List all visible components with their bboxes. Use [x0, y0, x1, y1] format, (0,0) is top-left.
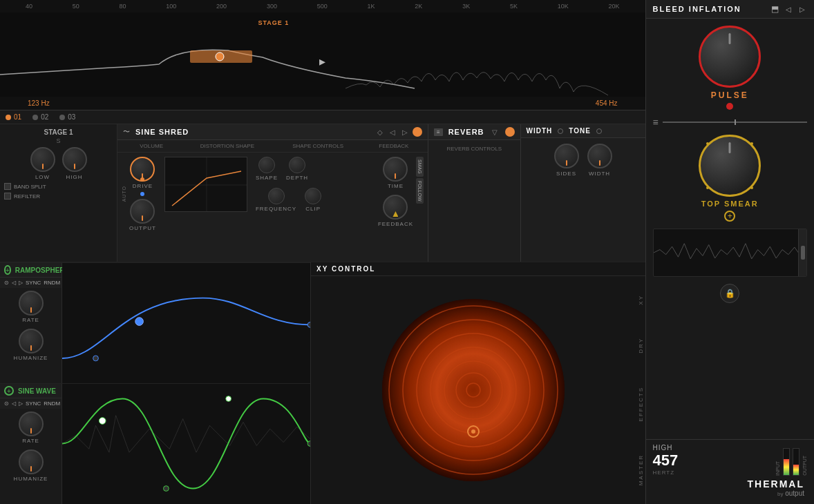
reverb-power-btn[interactable]: [505, 127, 515, 137]
svg-point-6: [307, 322, 310, 328]
thermal-title: BLEED INFLATION: [653, 5, 741, 13]
feedback-section-label: FEEDBACK: [364, 143, 424, 149]
lock-btn[interactable]: 🔒: [720, 284, 739, 303]
rate-knob-1[interactable]: [19, 291, 44, 316]
xy-pad[interactable]: [311, 276, 636, 504]
xy-sphere-svg[interactable]: [380, 297, 567, 483]
sine-shred-fwd-btn[interactable]: ▷: [400, 127, 410, 137]
sine-wave-name: SINE WAVE: [18, 387, 57, 395]
stage-dot-01: [6, 115, 11, 120]
ramposphere-fwd-btn[interactable]: ▷: [19, 280, 23, 286]
refilter-checkbox[interactable]: [4, 193, 11, 200]
stage-tab-02[interactable]: 02: [32, 113, 48, 121]
shape-controls-label: SHAPE CONTROLS: [274, 143, 363, 149]
top-smear-plus-btn[interactable]: +: [724, 211, 735, 222]
stage1-marker: STAGE 1: [258, 19, 289, 26]
xy-body: XY DRY EFFECTS MASTER: [311, 276, 645, 504]
sine-fwd-btn[interactable]: ▷: [19, 400, 23, 407]
thermal-back-btn[interactable]: ◁: [784, 4, 793, 14]
sine-wave-add-btn[interactable]: +: [4, 386, 14, 396]
shape-label: SHAPE: [256, 175, 278, 181]
spectrum-canvas: STAGE 1 ▸: [0, 12, 645, 97]
output-knob[interactable]: [130, 199, 155, 224]
reverb-dropdown-btn[interactable]: ▽: [490, 127, 500, 137]
thermal-slider-1[interactable]: [663, 122, 807, 123]
rndm-btn-1[interactable]: RNDM: [44, 280, 60, 286]
sine-wave-lfo: + SINE WAVE ⊙ ◁ ▷ SYNC RNDM clear: [0, 383, 310, 504]
humanize-knob-1[interactable]: [19, 329, 44, 353]
ramposphere-back-btn[interactable]: ◁: [12, 280, 16, 286]
high-section: HIGH 457 HERTZ: [653, 444, 679, 476]
input-label: INPUT: [775, 461, 780, 476]
xy-label-effects: EFFECTS: [638, 387, 644, 421]
feedback-knob[interactable]: [383, 195, 408, 220]
stage-dot-03: [59, 115, 65, 120]
reverb-header: ≡ REVERB ▽: [428, 124, 520, 140]
top-smear-label: TOP SMEAR: [701, 200, 759, 208]
reverb-panel: ≡ REVERB ▽ REVERB CONTROLS: [428, 124, 521, 262]
stage-tab-03[interactable]: 03: [59, 113, 75, 121]
follow-btn[interactable]: FOLLOW: [416, 178, 424, 204]
width-knob-label: WIDTH: [589, 171, 610, 177]
smag-btn[interactable]: SMAG: [416, 157, 424, 177]
xy-title: XY CONTROL: [316, 265, 375, 273]
time-knob[interactable]: [383, 157, 408, 182]
thermal-fwd-btn[interactable]: ▷: [797, 4, 807, 14]
output-label: OUTPUT: [129, 225, 156, 231]
stage-dot-02: [32, 115, 38, 120]
sine-back-btn[interactable]: ◁: [12, 400, 16, 407]
wave-slider[interactable]: [798, 229, 806, 276]
clip-knob[interactable]: [305, 188, 321, 204]
ramposphere-save-btn[interactable]: ⊙: [4, 280, 9, 286]
feedback-label: FEEDBACK: [378, 221, 413, 227]
sync-btn-1[interactable]: SYNC: [26, 280, 41, 286]
sides-knob[interactable]: [554, 144, 579, 168]
sine-shred-back-btn[interactable]: ◁: [388, 127, 397, 137]
stage-tab-01[interactable]: 01: [6, 113, 21, 121]
rate-label-1: RATE: [22, 317, 39, 323]
refilter-row: REFILTER: [4, 193, 113, 200]
rate-knob-2[interactable]: [19, 411, 44, 436]
hertz-label: HERTZ: [653, 469, 679, 476]
xy-label-xy: XY: [638, 295, 644, 305]
ramposphere-add-btn[interactable]: +: [4, 265, 11, 275]
width-tone-panel: WIDTH TONE SIDES: [521, 124, 645, 262]
time-label: TIME: [388, 183, 404, 189]
band-split-checkbox[interactable]: [4, 183, 11, 190]
sliders-row: ≡: [653, 117, 807, 128]
sine-wave-knobs: RATE HUMANIZE: [0, 409, 61, 485]
width-knob[interactable]: [587, 144, 612, 168]
pulse-dot: [726, 103, 733, 110]
humanize-knob-2[interactable]: [19, 449, 44, 474]
freq2-display: 454 Hz: [596, 99, 618, 107]
reverb-icon: ≡: [434, 128, 443, 136]
sine-shred-panel: 〜 SINE SHRED ◇ ◁ ▷ VOLUME DISTORTION SHA…: [117, 124, 428, 262]
xy-label-dry: DRY: [638, 338, 644, 353]
stage1-title: STAGE 1: [4, 128, 113, 136]
depth-knob[interactable]: [289, 157, 305, 173]
output-label: OUTPUT: [802, 456, 807, 476]
shape-knob[interactable]: [258, 157, 275, 173]
sine-shred-power-btn[interactable]: [413, 127, 422, 137]
drive-knob[interactable]: [130, 157, 155, 182]
frequency-knob[interactable]: [268, 188, 285, 204]
xy-control-section: XY CONTROL: [311, 262, 645, 504]
ramposphere-controls: + RAMPOSPHERE2 ⊙ ◁ ▷ SYNC RNDM CLEAR: [0, 263, 62, 383]
low-knob[interactable]: [30, 147, 55, 172]
humanize-label-2: HUMANIZE: [14, 476, 48, 482]
rndm-btn-2[interactable]: RNDM: [44, 400, 60, 407]
sync-btn-2[interactable]: SYNC: [26, 400, 41, 407]
sine-save-btn[interactable]: ⊙: [4, 400, 9, 407]
high-knob[interactable]: [62, 147, 87, 172]
top-smear-knob[interactable]: [699, 135, 761, 197]
rate-label-2: RATE: [22, 438, 39, 444]
ramposphere-wave[interactable]: [62, 263, 310, 383]
thermal-header: BLEED INFLATION ⬒ ◁ ▷: [646, 0, 814, 19]
width-label: WIDTH: [527, 127, 553, 135]
ramposphere-lfo: + RAMPOSPHERE2 ⊙ ◁ ▷ SYNC RNDM CLEAR: [0, 262, 310, 383]
sine-shred-save-btn[interactable]: ◇: [375, 127, 385, 137]
pulse-knob[interactable]: [699, 26, 761, 88]
auto-label: AUTO: [122, 186, 126, 202]
thermal-save-btn[interactable]: ⬒: [770, 4, 779, 14]
sine-wave-display[interactable]: [62, 384, 310, 504]
